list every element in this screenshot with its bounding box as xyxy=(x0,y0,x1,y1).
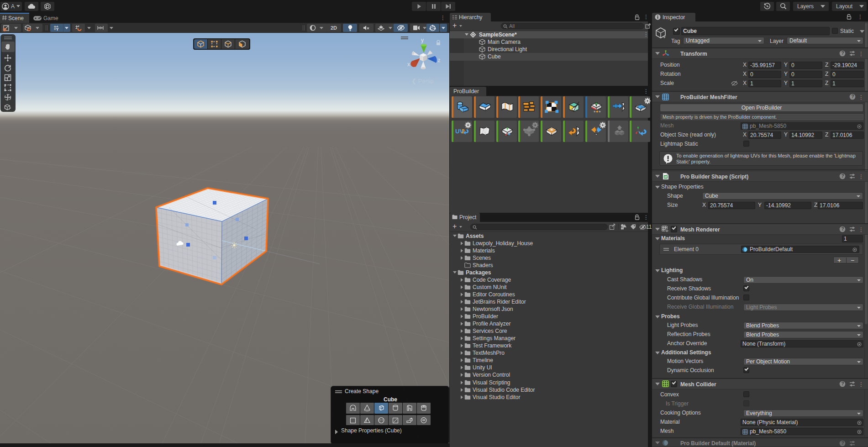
svg-text:Y: Y xyxy=(56,27,59,32)
svg-text:z: z xyxy=(438,57,441,63)
svg-text:?: ? xyxy=(841,441,844,446)
svg-text:?: ? xyxy=(841,381,844,386)
svg-text:y: y xyxy=(421,37,424,43)
svg-text:?: ? xyxy=(841,51,844,56)
svg-text:?: ? xyxy=(851,94,854,99)
svg-text:?: ? xyxy=(841,226,844,231)
svg-text:?: ? xyxy=(841,174,844,179)
svg-text:x: x xyxy=(407,61,410,68)
